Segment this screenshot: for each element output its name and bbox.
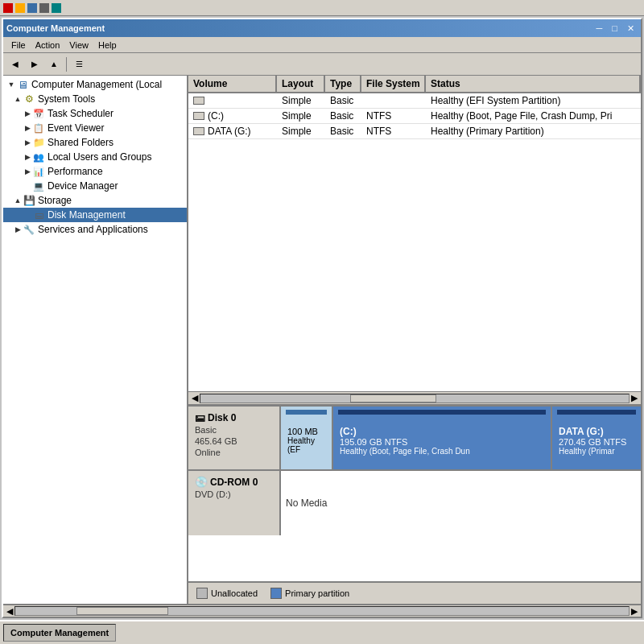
disk-icon: 🖴 xyxy=(32,208,45,221)
sidebar-item-shared-folders[interactable]: ▶ 📁 Shared Folders xyxy=(3,135,187,150)
row1-type: Basic xyxy=(325,93,361,108)
window-title: Computer Management xyxy=(6,23,593,33)
device-icon: 💻 xyxy=(32,180,45,192)
sidebar-item-task-scheduler[interactable]: ▶ 📅 Task Scheduler xyxy=(3,106,187,121)
top-bar xyxy=(0,0,644,16)
cdrom-drive-icon: 💿 xyxy=(195,476,208,488)
sidebar-item-performance[interactable]: ▶ 📊 Performance xyxy=(3,164,187,179)
col-volume[interactable]: Volume xyxy=(188,76,277,92)
disk-icon-small xyxy=(193,112,204,120)
perf-icon: 📊 xyxy=(32,165,45,178)
table-row[interactable]: DATA (G:) Simple Basic NTFS Healthy (Pri… xyxy=(188,124,641,139)
disk0-status: Online xyxy=(195,448,273,457)
bottom-hscroll[interactable]: ◀ ▶ xyxy=(3,604,641,617)
c-desc: Healthy (Boot, Page File, Crash Dun xyxy=(340,447,544,456)
sidebar-item-event-viewer[interactable]: ▶ 📋 Event Viewer xyxy=(3,121,187,135)
disk0-name: 🖴 Disk 0 xyxy=(195,411,273,423)
right-panel: Volume Layout Type File System Status Si… xyxy=(188,76,641,604)
shared-expander: ▶ xyxy=(23,138,32,147)
disk-mgmt-label: Disk Management xyxy=(47,209,126,221)
maximize-btn[interactable]: □ xyxy=(609,23,621,34)
users-expander: ▶ xyxy=(23,152,32,162)
partition-c[interactable]: (C:) 195.09 GB NTFS Healthy (Boot, Page … xyxy=(333,407,552,469)
col-layout[interactable]: Layout xyxy=(277,76,325,92)
data-size: 270.45 GB NTFS xyxy=(559,437,634,447)
row3-layout: Simple xyxy=(277,124,325,138)
window-titlebar: Computer Management ─ □ ✕ xyxy=(3,19,641,37)
scroll-left-btn[interactable]: ◀ xyxy=(190,393,200,403)
row2-volume: (C:) xyxy=(188,109,277,123)
task-icon: 📅 xyxy=(32,107,45,120)
table-body: Simple Basic Healthy (EFI System Partiti… xyxy=(188,93,641,391)
table-header: Volume Layout Type File System Status xyxy=(188,76,641,93)
menu-action[interactable]: Action xyxy=(31,39,65,52)
perf-label: Performance xyxy=(47,166,103,177)
scroll-right-btn[interactable]: ▶ xyxy=(630,393,639,403)
task-label: Task Scheduler xyxy=(47,108,114,119)
services-icon: 🔧 xyxy=(23,223,35,236)
device-label: Device Manager xyxy=(47,180,118,192)
efi-size: 100 MB xyxy=(287,427,325,436)
row3-status: Healthy (Primary Partition) xyxy=(426,124,641,138)
storage-expander: ▲ xyxy=(13,196,23,205)
table-row[interactable]: Simple Basic Healthy (EFI System Partiti… xyxy=(188,93,641,109)
toolbar: ◀ ▶ ▲ ☰ xyxy=(3,53,641,76)
sidebar-item-storage[interactable]: ▲ 💾 Storage xyxy=(3,193,187,208)
users-icon: 👥 xyxy=(32,151,45,163)
minimize-btn[interactable]: ─ xyxy=(593,23,606,34)
users-label: Local Users and Groups xyxy=(47,151,151,163)
menu-help[interactable]: Help xyxy=(93,39,122,52)
sidebar-item-disk-management[interactable]: ▶ 🖴 Disk Management xyxy=(3,208,187,222)
computer-icon: 🖥 xyxy=(16,78,29,91)
row1-volume xyxy=(188,95,277,106)
show-hide-btn[interactable]: ☰ xyxy=(70,56,88,73)
col-status[interactable]: Status xyxy=(426,76,641,92)
menu-file[interactable]: File xyxy=(6,39,31,52)
disk-icon-small xyxy=(193,97,204,105)
sidebar-item-local-users[interactable]: ▶ 👥 Local Users and Groups xyxy=(3,150,187,164)
hscroll-bar[interactable] xyxy=(200,394,630,403)
c-label: (C:) xyxy=(340,426,544,437)
col-type[interactable]: Type xyxy=(325,76,361,92)
menu-view[interactable]: View xyxy=(64,39,93,52)
bottom-hscroll-bar[interactable] xyxy=(14,606,630,616)
disk-panel: 🖴 Disk 0 Basic 465.64 GB Online xyxy=(188,404,641,581)
bottom-scroll-left[interactable]: ◀ xyxy=(5,606,14,617)
disk0-type: Basic xyxy=(195,425,273,435)
close-btn[interactable]: ✕ xyxy=(624,23,638,34)
root-expander: ▼ xyxy=(6,80,16,89)
legend-bar: Unallocated Primary partition xyxy=(188,581,641,604)
row3-volume: DATA (G:) xyxy=(188,124,277,138)
table-hscroll[interactable]: ◀ ▶ xyxy=(188,391,641,404)
disk0-entry: 🖴 Disk 0 Basic 465.64 GB Online xyxy=(188,407,641,471)
cdrom-type: DVD (D:) xyxy=(195,489,273,499)
up-btn[interactable]: ▲ xyxy=(45,56,63,73)
sidebar-item-device-manager[interactable]: ▶ 💻 Device Manager xyxy=(3,179,187,193)
tree-root[interactable]: ▼ 🖥 Computer Management (Local xyxy=(3,77,187,92)
legend-primary: Primary partition xyxy=(270,588,349,599)
content-area: ▼ 🖥 Computer Management (Local ▲ ⚙ Syste… xyxy=(3,76,641,604)
cdrom-status: No Media xyxy=(286,497,327,509)
legend-unallocated: Unallocated xyxy=(196,588,258,599)
partition-data[interactable]: DATA (G:) 270.45 GB NTFS Healthy (Primar xyxy=(552,407,641,469)
row2-fs: NTFS xyxy=(361,109,426,123)
c-size: 195.09 GB NTFS xyxy=(340,437,544,447)
taskbar-item[interactable]: Computer Management xyxy=(3,624,116,642)
storage-icon: 💾 xyxy=(23,194,35,207)
row1-status: Healthy (EFI System Partition) xyxy=(426,93,641,108)
row3-type: Basic xyxy=(325,124,361,138)
hscroll-thumb[interactable] xyxy=(350,394,436,402)
table-row[interactable]: (C:) Simple Basic NTFS Healthy (Boot, Pa… xyxy=(188,109,641,124)
sidebar-item-system-tools[interactable]: ▲ ⚙ System Tools xyxy=(3,92,187,106)
tree-panel: ▼ 🖥 Computer Management (Local ▲ ⚙ Syste… xyxy=(3,76,188,604)
partition-efi[interactable]: 100 MB Healthy (EF xyxy=(281,407,333,469)
sidebar-item-services[interactable]: ▶ 🔧 Services and Applications xyxy=(3,222,187,237)
screen: Computer Management ─ □ ✕ File Action Vi… xyxy=(0,0,644,644)
legend-primary-label: Primary partition xyxy=(285,588,349,598)
data-label: DATA (G:) xyxy=(559,426,634,437)
col-filesystem[interactable]: File System xyxy=(361,76,426,92)
bottom-scroll-right[interactable]: ▶ xyxy=(630,606,639,617)
forward-btn[interactable]: ▶ xyxy=(26,56,43,73)
bottom-hscroll-thumb[interactable] xyxy=(76,607,168,615)
back-btn[interactable]: ◀ xyxy=(6,56,24,73)
